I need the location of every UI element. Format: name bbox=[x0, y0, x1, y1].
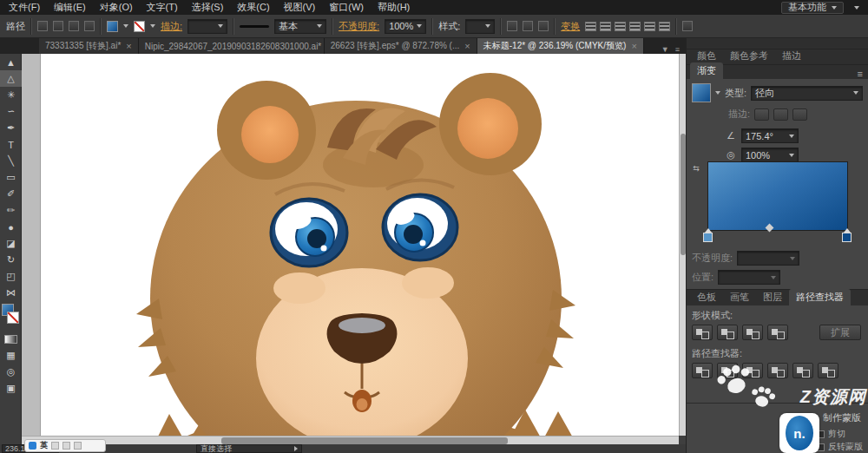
stroke-color-swatch[interactable] bbox=[134, 21, 145, 32]
menu-window[interactable]: 窗口(W) bbox=[329, 1, 364, 14]
rectangle-tool[interactable]: ▭ bbox=[0, 169, 22, 186]
gradient-type-select[interactable]: 径向 bbox=[751, 86, 863, 101]
trim-button[interactable] bbox=[717, 363, 738, 378]
menu-object[interactable]: 对象(O) bbox=[100, 1, 133, 14]
gradient-swatch-thumbnail[interactable] bbox=[692, 83, 711, 102]
rotate-tool[interactable]: ↻ bbox=[0, 252, 22, 268]
fill-color-swatch[interactable] bbox=[107, 21, 118, 32]
selection-tool[interactable]: ▲ bbox=[0, 54, 22, 70]
ime-symbol-icon[interactable] bbox=[62, 442, 70, 450]
pencil-tool[interactable]: ✏ bbox=[0, 202, 22, 219]
mesh-tool[interactable]: ▦ bbox=[0, 347, 22, 364]
tab-overflow-icon[interactable]: ▼ bbox=[661, 45, 669, 54]
convert-smooth-button[interactable] bbox=[53, 21, 63, 31]
opacity-panel-link[interactable]: 不透明度: bbox=[339, 20, 379, 33]
document-tab-3[interactable]: 26623 [转换].eps* @ 872.78% (... × bbox=[325, 38, 477, 54]
stroke-weight-select[interactable] bbox=[187, 19, 227, 34]
intersect-button[interactable] bbox=[742, 325, 763, 340]
ime-logo-icon[interactable] bbox=[29, 442, 36, 450]
gradient-stop-end[interactable] bbox=[842, 233, 852, 242]
merge-button[interactable] bbox=[742, 363, 763, 378]
convert-corner-button[interactable] bbox=[37, 21, 48, 31]
stroke-gradient-along-button[interactable] bbox=[773, 108, 788, 121]
transform-panel-link[interactable]: 变换 bbox=[561, 20, 580, 33]
document-tab-4-active[interactable]: 未标题-12* @ 236.19% (CMYK/预览) × bbox=[477, 38, 644, 54]
isolate-selection-button[interactable] bbox=[507, 21, 517, 31]
tab-pathfinder[interactable]: 路径查找器 bbox=[789, 289, 851, 305]
hide-handles-button[interactable] bbox=[84, 21, 95, 31]
menu-effect[interactable]: 效果(C) bbox=[237, 1, 269, 14]
tab-gradient[interactable]: 渐变 bbox=[690, 62, 723, 79]
close-icon[interactable]: × bbox=[126, 42, 131, 51]
horizontal-scrollbar-thumb[interactable] bbox=[221, 437, 508, 444]
gradient-tool[interactable] bbox=[4, 335, 17, 344]
scale-tool[interactable]: ◰ bbox=[0, 268, 22, 285]
canvas-area[interactable] bbox=[22, 54, 679, 436]
ime-settings-icon[interactable] bbox=[74, 442, 82, 450]
blob-brush-tool[interactable]: ● bbox=[0, 219, 22, 235]
stop-opacity-select[interactable] bbox=[737, 251, 799, 266]
style-select[interactable] bbox=[465, 19, 495, 34]
gradient-angle-select[interactable]: 175.4° bbox=[741, 128, 799, 143]
recolor-artwork-button[interactable] bbox=[523, 21, 533, 31]
tab-color-guide[interactable]: 颜色参考 bbox=[723, 48, 775, 64]
tab-brushes[interactable]: 画笔 bbox=[723, 289, 756, 305]
screen-mode-button[interactable]: ▣ bbox=[0, 380, 22, 397]
align-right-button[interactable] bbox=[615, 22, 626, 31]
line-segment-tool[interactable]: ╲ bbox=[0, 153, 22, 169]
close-icon[interactable]: × bbox=[631, 42, 636, 51]
tab-menu-icon[interactable]: ≡ bbox=[675, 45, 680, 54]
divide-button[interactable] bbox=[692, 363, 713, 378]
width-tool[interactable]: ⋈ bbox=[0, 285, 22, 301]
panel-menu-icon[interactable]: ≡ bbox=[858, 69, 863, 79]
menu-edit[interactable]: 编辑(E) bbox=[54, 1, 86, 14]
document-tab-2[interactable]: Nipic_29842067_20190903182608301000.ai* … bbox=[139, 38, 325, 54]
eraser-tool[interactable]: ◪ bbox=[0, 235, 22, 252]
gradient-aspect-select[interactable]: 100% bbox=[741, 148, 799, 162]
stroke-gradient-across-button[interactable] bbox=[792, 108, 807, 121]
tab-layers[interactable]: 图层 bbox=[756, 289, 789, 305]
control-bar-extra-button[interactable] bbox=[682, 21, 693, 31]
show-handles-button[interactable] bbox=[69, 21, 79, 31]
menu-view[interactable]: 视图(V) bbox=[284, 1, 316, 14]
make-mask-button[interactable]: 制作蒙版 bbox=[823, 411, 861, 424]
align-left-button[interactable] bbox=[585, 22, 596, 31]
bear-illustration[interactable] bbox=[41, 54, 679, 436]
minus-front-button[interactable] bbox=[717, 325, 738, 340]
workspace-switcher[interactable]: 基本功能 bbox=[781, 2, 844, 14]
gradient-ramp[interactable] bbox=[707, 161, 848, 231]
outline-button[interactable] bbox=[792, 363, 813, 378]
reverse-gradient-icon[interactable]: ⇆ bbox=[690, 162, 702, 174]
zoom-tool[interactable]: ◎ bbox=[0, 364, 22, 380]
menu-help[interactable]: 帮助(H) bbox=[378, 1, 410, 14]
ime-keyboard-icon[interactable] bbox=[51, 442, 59, 450]
close-icon[interactable]: × bbox=[464, 42, 470, 51]
paintbrush-tool[interactable]: ✐ bbox=[0, 186, 22, 202]
lasso-tool[interactable]: ∽ bbox=[0, 103, 22, 120]
pen-tool[interactable]: ✒ bbox=[0, 120, 22, 136]
status-tool-display[interactable]: 直接选择 bbox=[196, 444, 302, 453]
menu-file[interactable]: 文件(F) bbox=[9, 1, 40, 14]
stroke-panel-link[interactable]: 描边: bbox=[161, 20, 182, 33]
gradient-stop-start[interactable] bbox=[703, 233, 713, 242]
minus-back-button[interactable] bbox=[818, 363, 838, 378]
menu-select[interactable]: 选择(S) bbox=[192, 1, 224, 14]
stroke-gradient-within-button[interactable] bbox=[754, 108, 769, 121]
stroke-swatch[interactable] bbox=[7, 312, 19, 324]
opacity-select[interactable]: 100% bbox=[385, 19, 426, 34]
tab-swatches[interactable]: 色板 bbox=[690, 289, 723, 305]
crop-button[interactable] bbox=[767, 363, 788, 378]
expand-button[interactable]: 扩展 bbox=[819, 325, 861, 340]
tab-stroke[interactable]: 描边 bbox=[775, 48, 808, 64]
menubar-overflow-icon[interactable] bbox=[854, 6, 859, 10]
chevron-down-icon[interactable] bbox=[715, 91, 720, 95]
align-middle-button[interactable] bbox=[644, 22, 655, 31]
align-bottom-button[interactable] bbox=[659, 22, 670, 31]
stop-position-select[interactable] bbox=[718, 270, 780, 285]
ime-language-button[interactable]: 英 bbox=[40, 440, 48, 451]
select-similar-button[interactable] bbox=[538, 21, 549, 31]
brush-definition-select[interactable]: 基本 bbox=[274, 19, 326, 34]
magic-wand-tool[interactable]: ✳ bbox=[0, 87, 22, 103]
unite-button[interactable] bbox=[692, 325, 713, 340]
exclude-button[interactable] bbox=[767, 325, 788, 340]
